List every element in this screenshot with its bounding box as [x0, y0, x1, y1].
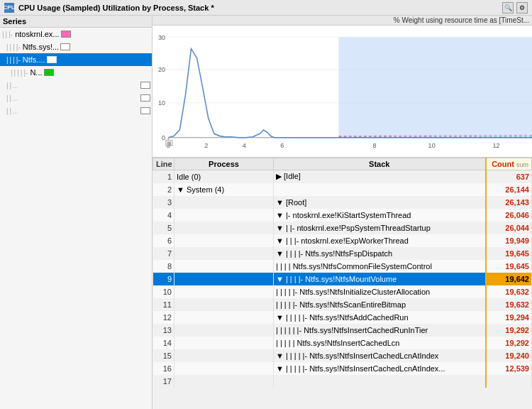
svg-rect-8 — [338, 37, 532, 137]
table-body: 1Idle (0)▶ [Idle]6372▼ System (4)26,1443… — [153, 170, 532, 388]
cell-line: 8 — [153, 260, 174, 273]
table-row[interactable]: 14 | | | | | Ntfs.sys!NtfsInsertCachedLc… — [153, 337, 532, 349]
cell-line: 3 — [153, 196, 174, 209]
cell-process — [174, 337, 274, 349]
cell-line: 13 — [153, 324, 174, 337]
series-color — [140, 107, 150, 114]
table-row[interactable]: 7▼ | | | |- Ntfs.sys!NtfsFspDispatch19,6… — [153, 247, 532, 260]
svg-text:30: 30 — [158, 33, 165, 40]
cell-stack: ▼ | | | | |- Ntfs.sys!NtfsInsertCachedLc… — [274, 362, 486, 375]
cell-stack: | | | | | |- Ntfs.sys!NtfsInsertCachedRu… — [274, 324, 486, 337]
cell-line: 6 — [153, 234, 174, 247]
cell-process — [174, 196, 274, 209]
cell-count: 19,949 — [486, 234, 532, 247]
cell-line: 2 — [153, 183, 174, 196]
cell-stack: ▼ | |- ntoskrnl.exe!PspSystemThreadStart… — [274, 222, 486, 234]
cell-stack: ▼ |- ntoskrnl.exe!KiStartSystemThread — [274, 209, 486, 222]
svg-text:⊞: ⊞ — [167, 141, 171, 146]
cell-process — [174, 324, 274, 337]
col-header-stack[interactable]: Stack — [274, 158, 486, 170]
svg-text:2: 2 — [204, 141, 208, 149]
cell-line: 14 — [153, 337, 174, 349]
cell-stack: ▼ [Root] — [274, 196, 486, 209]
series-item[interactable]: || ... — [0, 92, 152, 104]
cell-line: 12 — [153, 311, 174, 324]
cell-stack: | | | | | Ntfs.sys!NtfsInsertCachedLcn — [274, 337, 486, 349]
col-header-count[interactable]: Count sum — [486, 158, 532, 170]
table-header-row: Line # Process Stack Count sum — [153, 158, 532, 170]
cell-count: 19,645 — [486, 260, 532, 273]
table-row[interactable]: 9▼ | | | |- Ntfs.sys!NtfsMountVolume19,6… — [153, 273, 532, 285]
table-row[interactable]: 11 | | | | |- Ntfs.sys!NtfsScanEntireBit… — [153, 298, 532, 311]
cell-process — [174, 234, 274, 247]
table-row[interactable]: 8 | | | | Ntfs.sys!NtfsCommonFileSystemC… — [153, 260, 532, 273]
svg-text:6: 6 — [280, 141, 284, 149]
table-row[interactable]: 3▼ [Root]26,143 — [153, 196, 532, 209]
table-row[interactable]: 15▼ | | | | |- Ntfs.sys!NtfsInsertCached… — [153, 349, 532, 362]
series-color — [140, 94, 150, 102]
svg-text:10: 10 — [428, 141, 436, 149]
cell-stack: | | | | |- Ntfs.sys!NtfsScanEntireBitmap — [274, 298, 486, 311]
cell-count: 12,539 — [486, 362, 532, 375]
cell-process — [174, 311, 274, 324]
window-controls: 🔍 ⚙ — [502, 2, 528, 13]
cell-process — [174, 285, 274, 298]
cell-count: 19,632 — [486, 298, 532, 311]
cell-count: 637 — [486, 170, 532, 183]
cell-process — [174, 273, 274, 285]
series-panel: Series || |- ntoskrnl.ex... ||| |- Ntfs.… — [0, 16, 153, 409]
chart-svg: 30 20 10 0 0 2 4 — [153, 26, 532, 157]
series-item-selected[interactable]: ||| |- Ntfs.... — [0, 53, 152, 66]
series-color — [60, 43, 70, 50]
cell-count: 19,632 — [486, 285, 532, 298]
cell-stack: ▼ | | | |- Ntfs.sys!NtfsMountVolume — [274, 273, 486, 285]
series-item[interactable]: ||| |- Ntfs.sys!... — [0, 40, 152, 53]
series-item[interactable]: || ... — [0, 79, 152, 92]
series-item[interactable]: |||| |- N... — [0, 66, 152, 79]
settings-button[interactable]: ⚙ — [516, 2, 528, 13]
series-color — [44, 69, 54, 76]
cell-count: 19,240 — [486, 349, 532, 362]
chart-area: % Weight using resource time as [TimeSt.… — [153, 16, 532, 158]
cell-count: 19,292 — [486, 337, 532, 349]
table-row[interactable]: 16▼ | | | | |- Ntfs.sys!NtfsInsertCached… — [153, 362, 532, 375]
table-row[interactable]: 17 — [153, 375, 532, 388]
table-row[interactable]: 10 | | | | |- Ntfs.sys!NtfsInitializeClu… — [153, 285, 532, 298]
window-title: CPU Usage (Sampled) Utilization by Proce… — [18, 4, 498, 12]
svg-text:8: 8 — [372, 141, 376, 149]
col-header-line[interactable]: Line # — [153, 158, 174, 170]
series-item[interactable]: || |- ntoskrnl.ex... — [0, 28, 152, 40]
cell-process — [174, 260, 274, 273]
cell-process — [174, 349, 274, 362]
cell-line: 11 — [153, 298, 174, 311]
series-item[interactable]: || ... — [0, 104, 152, 117]
data-table: Line # Process Stack Count sum 1Idle (0)… — [153, 158, 532, 388]
cell-process — [174, 362, 274, 375]
cell-count: 19,292 — [486, 324, 532, 337]
series-list: || |- ntoskrnl.ex... ||| |- Ntfs.sys!...… — [0, 28, 152, 409]
table-row[interactable]: 6▼ | | |- ntoskrnl.exe!ExpWorkerThread19… — [153, 234, 532, 247]
table-row[interactable]: 1Idle (0)▶ [Idle]637 — [153, 170, 532, 183]
table-row[interactable]: 12▼ | | | | |- Ntfs.sys!NtfsAddCachedRun… — [153, 311, 532, 324]
table-row[interactable]: 13 | | | | | |- Ntfs.sys!NtfsInsertCache… — [153, 324, 532, 337]
cell-stack: ▼ | | | | |- Ntfs.sys!NtfsAddCachedRun — [274, 311, 486, 324]
table-row[interactable]: 2▼ System (4)26,144 — [153, 183, 532, 196]
cell-stack — [274, 183, 486, 196]
table-row[interactable]: 5▼ | |- ntoskrnl.exe!PspSystemThreadStar… — [153, 222, 532, 234]
cell-process — [174, 247, 274, 260]
table-row[interactable]: 4▼ |- ntoskrnl.exe!KiStartSystemThread26… — [153, 209, 532, 222]
data-table-container[interactable]: Line # Process Stack Count sum 1Idle (0)… — [153, 158, 532, 409]
cell-line: 17 — [153, 375, 174, 388]
col-header-process[interactable]: Process — [174, 158, 274, 170]
series-color — [61, 31, 71, 38]
cell-line: 5 — [153, 222, 174, 234]
app-icon: CPU — [4, 3, 14, 13]
svg-text:20: 20 — [158, 65, 165, 73]
chart-body[interactable]: 30 20 10 0 0 2 4 — [153, 26, 532, 157]
cell-line: 9 — [153, 273, 174, 285]
search-button[interactable]: 🔍 — [502, 2, 514, 13]
cell-stack: ▼ | | | | |- Ntfs.sys!NtfsInsertCachedLc… — [274, 349, 486, 362]
cell-stack: ▼ | | |- ntoskrnl.exe!ExpWorkerThread — [274, 234, 486, 247]
cell-stack: ▶ [Idle] — [274, 170, 486, 183]
right-panel: % Weight using resource time as [TimeSt.… — [153, 16, 532, 409]
